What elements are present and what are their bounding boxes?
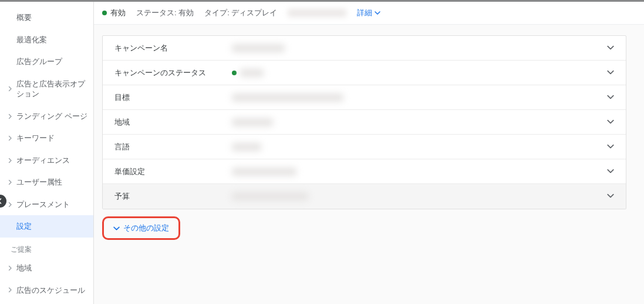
redacted-value [232, 118, 273, 126]
chevron-right-icon [8, 265, 12, 270]
sidebar-item-label: 概要 [16, 12, 32, 23]
status-dot-icon [102, 11, 107, 15]
settings-row-label: 言語 [114, 142, 232, 152]
chevron-right-icon [8, 86, 12, 92]
redacted-value [232, 143, 261, 151]
settings-row-label: キャンペーン名 [114, 43, 232, 54]
sidebar-item[interactable]: 設定 [0, 215, 93, 238]
other-settings-toggle[interactable]: その他の設定 [113, 223, 169, 233]
chevron-right-icon [8, 288, 12, 293]
settings-row-value [232, 143, 607, 151]
settings-row-value [232, 118, 607, 126]
chevron-down-icon [375, 10, 380, 16]
chevron-right-icon [8, 202, 12, 207]
redacted-value [240, 69, 264, 77]
chevron-down-icon [607, 117, 614, 128]
sidebar-item[interactable]: 広告と広告表示オプション [0, 73, 93, 105]
status-label: ステータス: 有効 [136, 8, 194, 18]
sidebar-item-label: オーディエンス [16, 155, 70, 166]
sidebar-item-label: プレースメント [16, 199, 70, 210]
sidebar-item[interactable]: 広告のスケジュール [0, 279, 93, 302]
sidebar: 概要最適化案広告グループ広告と広告表示オプションランディング ページキーワードオ… [0, 2, 94, 304]
sidebar-item[interactable]: 概要 [0, 6, 93, 29]
type-label: タイプ: ディスプレイ [204, 8, 277, 18]
sidebar-item[interactable]: オーディエンス [0, 149, 93, 172]
sidebar-item-label: ランディング ページ [16, 111, 87, 122]
sidebar-section-label: ご提案 [0, 238, 93, 257]
settings-row-value [232, 192, 607, 201]
sidebar-item-label: 地域 [16, 263, 32, 273]
settings-card: キャンペーン名キャンペーンのステータス目標地域言語単価設定予算 [102, 35, 626, 209]
redacted-text [288, 9, 346, 17]
sidebar-item-label: 最適化案 [16, 35, 47, 45]
chevron-down-icon [607, 191, 614, 202]
settings-row[interactable]: 言語 [103, 135, 626, 159]
settings-row[interactable]: 単価設定 [103, 159, 626, 184]
main-content: 有効 ステータス: 有効 タイプ: ディスプレイ 詳細 キャンペーン名キャンペー… [94, 2, 644, 304]
settings-row-label: 単価設定 [114, 166, 232, 177]
other-settings-label: その他の設定 [123, 223, 169, 233]
sidebar-item-label: 広告のスケジュール [16, 285, 85, 296]
enabled-label: 有効 [110, 8, 126, 18]
sidebar-item[interactable]: 広告グループ [0, 51, 93, 73]
settings-row-label: 予算 [114, 191, 232, 202]
settings-row-value [232, 69, 607, 77]
sidebar-item-label: 設定 [16, 221, 32, 232]
redacted-value [232, 168, 296, 176]
sidebar-item[interactable]: プレースメント [0, 193, 93, 216]
chevron-down-icon [607, 68, 614, 78]
sidebar-item[interactable]: 地域 [0, 257, 93, 279]
status-dot-icon [232, 71, 237, 75]
chevron-right-icon [8, 113, 12, 119]
redacted-value [232, 93, 343, 102]
redacted-value [232, 44, 285, 52]
other-settings-highlight: その他の設定 [102, 216, 644, 240]
details-toggle[interactable]: 詳細 [357, 8, 380, 18]
sidebar-item-label: キーワード [16, 133, 55, 143]
settings-row[interactable]: 予算 [103, 184, 626, 209]
chevron-down-icon [607, 142, 614, 152]
campaign-enabled-indicator: 有効 [102, 8, 126, 18]
chevron-right-icon [8, 158, 12, 163]
settings-row[interactable]: 目標 [103, 85, 626, 110]
settings-row[interactable]: キャンペーンのステータス [103, 61, 626, 85]
chevron-right-icon [8, 180, 12, 185]
sidebar-item-label: ユーザー属性 [16, 177, 62, 188]
sidebar-item[interactable]: キーワード [0, 127, 93, 149]
chevron-down-icon [607, 43, 614, 54]
settings-row[interactable]: キャンペーン名 [103, 36, 626, 61]
sidebar-item[interactable]: ユーザー属性 [0, 171, 93, 193]
sidebar-item[interactable]: 最適化案 [0, 29, 93, 51]
chevron-down-icon [607, 166, 614, 177]
chevron-right-icon [8, 136, 12, 141]
settings-row-label: 地域 [114, 117, 232, 128]
chevron-down-icon [607, 92, 614, 103]
details-label: 詳細 [357, 8, 372, 18]
settings-row-value [232, 168, 607, 176]
status-bar: 有効 ステータス: 有効 タイプ: ディスプレイ 詳細 [94, 2, 644, 25]
redacted-value [232, 192, 308, 201]
settings-row-label: 目標 [114, 92, 232, 103]
settings-row-label: キャンペーンのステータス [114, 68, 232, 78]
settings-row[interactable]: 地域 [103, 110, 626, 135]
sidebar-item-label: 広告と広告表示オプション [16, 79, 87, 99]
chevron-down-icon [113, 225, 120, 232]
settings-row-value [232, 44, 607, 52]
settings-row-value [232, 93, 607, 102]
sidebar-item[interactable]: ランディング ページ [0, 105, 93, 128]
sidebar-item-label: 広告グループ [16, 56, 62, 67]
